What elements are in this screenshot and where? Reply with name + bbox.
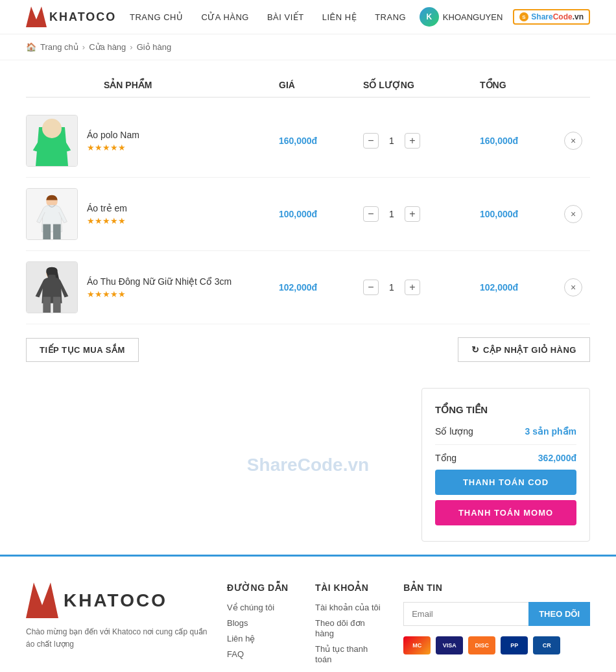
nav-blog[interactable]: BÀI VIẾT [267, 12, 304, 22]
footer-link-blogs[interactable]: Blogs [227, 618, 248, 628]
item-rating-2: ★★★★★ [87, 216, 127, 226]
total-qty-row: Số lượng 3 sản phẩm [435, 426, 576, 437]
col-total: TỔNG [480, 80, 564, 90]
total-sum-label: Tổng [435, 453, 456, 463]
remove-item-2[interactable]: × [564, 205, 582, 223]
svg-rect-6 [53, 154, 64, 166]
cart-item-3: Áo Thu Đông Nữ Giữ Nhiệt Cổ 3cm ★★★★★ 10… [26, 251, 590, 324]
total-section: TỔNG TIỀN Số lượng 3 sản phẩm Tổng 362,0… [26, 388, 590, 542]
nav-home[interactable]: TRANG CHỦ [130, 12, 183, 22]
main-content: SẢN PHẨM GIÁ SỐ LƯỢNG TỔNG [0, 60, 616, 555]
footer-logo-text: KHATOCO [64, 590, 167, 611]
qty-increase-2[interactable]: + [405, 206, 420, 222]
footer-link-myaccount[interactable]: Tài khoản của tôi [315, 603, 381, 612]
breadcrumb-sep-2: › [130, 42, 132, 52]
item-total-1: 160,000đ [480, 136, 564, 146]
item-details-3: Áo Thu Đông Nữ Giữ Nhiệt Cổ 3cm ★★★★★ [87, 276, 231, 299]
cart-header: SẢN PHẨM GIÁ SỐ LƯỢNG TỔNG [26, 73, 590, 98]
remove-item-1[interactable]: × [564, 132, 582, 150]
qty-value-2: 1 [385, 209, 398, 219]
item-name-2: Áo trẻ em [87, 203, 127, 213]
logo-icon [26, 6, 47, 27]
pay-cod-button[interactable]: THANH TOÁN COD [435, 470, 576, 495]
footer-account: TÀI KHOẢN Tài khoản của tôi Theo dõi đơn… [315, 582, 384, 672]
qty-value-1: 1 [385, 136, 398, 146]
footer-link-orders[interactable]: Theo dõi đơn hàng [315, 618, 365, 638]
footer-top: KHATOCO Chào mừng bạn đến với Khatoco nơ… [26, 582, 590, 672]
item-image-1 [26, 115, 78, 167]
refresh-icon: ↻ [471, 344, 480, 355]
total-qty-label: Số lượng [435, 426, 473, 437]
item-product-3: Áo Thu Đông Nữ Giữ Nhiệt Cổ 3cm ★★★★★ [26, 261, 279, 313]
paypal-icon: PP [501, 636, 528, 654]
sharecode-badge: S ShareCode.vn [513, 9, 590, 25]
qty-increase-3[interactable]: + [405, 280, 420, 295]
main-nav: TRANG CHỦ CỬA HÀNG BÀI VIẾT LIÊN HỆ TRAN… [130, 12, 406, 22]
item-price-3: 102,000đ [279, 282, 363, 293]
total-sum-value: 362,000đ [538, 453, 576, 463]
update-cart-button[interactable]: ↻ CẬP NHẬT GIỎ HÀNG [458, 337, 590, 362]
pay-momo-button[interactable]: THANH TOÁN MOMO [435, 500, 576, 525]
col-quantity: SỐ LƯỢNG [363, 80, 480, 90]
item-product-1: Áo polo Nam ★★★★★ [26, 115, 279, 167]
header-right: K KHOANGUYEN S ShareCode.vn [420, 7, 590, 27]
footer-newsletter-title: BẢN TIN [403, 582, 590, 593]
total-box: TỔNG TIỀN Số lượng 3 sản phẩm Tổng 362,0… [421, 388, 590, 542]
qty-control-1: − 1 + [363, 133, 480, 149]
total-sum-row: Tổng 362,000đ [435, 453, 576, 463]
logo[interactable]: KHATOCO [26, 6, 116, 27]
cart-actions: TIẾP TỤC MUA SẮM ↻ CẬP NHẬT GIỎ HÀNG [26, 324, 590, 375]
breadcrumb-store[interactable]: Cửa hàng [89, 42, 126, 52]
svg-rect-5 [40, 154, 51, 166]
footer-guide: ĐƯỜNG DẪN Về chúng tôi Blogs Liên hệ FAQ [227, 582, 296, 672]
item-name-3: Áo Thu Đông Nữ Giữ Nhiệt Cổ 3cm [87, 276, 231, 287]
footer-brand: KHATOCO Chào mừng bạn đến với Khatoco nơ… [26, 582, 207, 672]
sharecode-label: ShareCode.vn [531, 12, 584, 21]
avatar: K [420, 7, 439, 27]
svg-text:S: S [523, 14, 527, 20]
discover-icon: DISC [468, 636, 495, 654]
footer-guide-links: Về chúng tôi Blogs Liên hệ FAQ [227, 602, 296, 659]
nav-page[interactable]: TRANG [375, 12, 406, 22]
item-details-2: Áo trẻ em ★★★★★ [87, 203, 127, 226]
svg-point-4 [45, 121, 58, 134]
footer-link-about[interactable]: Về chúng tôi [227, 603, 274, 612]
col-price: GIÁ [279, 80, 363, 90]
svg-rect-10 [53, 224, 61, 239]
total-title: TỔNG TIỀN [435, 404, 576, 416]
user-name: KHOANGUYEN [443, 12, 503, 22]
bottom-section: ShareCode.vn TỔNG TIỀN Số lượng 3 sản ph… [26, 388, 590, 542]
qty-decrease-2[interactable]: − [363, 206, 379, 222]
footer: KHATOCO Chào mừng bạn đến với Khatoco nơ… [0, 555, 616, 672]
continue-shopping-button[interactable]: TIẾP TỤC MUA SẮM [26, 338, 139, 362]
qty-decrease-3[interactable]: − [363, 280, 379, 295]
total-qty-value: 3 sản phẩm [525, 426, 576, 437]
qty-control-3: − 1 + [363, 280, 480, 295]
newsletter-submit-button[interactable]: THEO DÕI [528, 602, 590, 626]
remove-item-3[interactable]: × [564, 278, 582, 296]
footer-account-links: Tài khoản của tôi Theo dõi đơn hàng Thủ … [315, 602, 384, 672]
nav-store[interactable]: CỬA HÀNG [201, 12, 249, 22]
svg-rect-3 [27, 115, 77, 166]
footer-link-checkout[interactable]: Thủ tục thanh toán [315, 644, 368, 664]
footer-guide-title: ĐƯỜNG DẪN [227, 582, 296, 593]
svg-marker-0 [26, 6, 47, 27]
breadcrumb-home[interactable]: Trang chủ [40, 42, 78, 52]
logo-text: KHATOCO [49, 10, 116, 24]
newsletter-email-input[interactable] [403, 602, 528, 626]
user-area[interactable]: K KHOANGUYEN [420, 7, 503, 27]
qty-increase-1[interactable]: + [405, 133, 420, 149]
breadcrumb-current: Giỏ hàng [137, 42, 172, 52]
footer-link-faq[interactable]: FAQ [227, 649, 244, 659]
qty-decrease-1[interactable]: − [363, 133, 379, 149]
header: KHATOCO TRANG CHỦ CỬA HÀNG BÀI VIẾT LIÊN… [0, 0, 616, 34]
svg-rect-9 [43, 224, 51, 239]
item-product-2: Áo trẻ em ★★★★★ [26, 188, 279, 240]
footer-link-contact[interactable]: Liên hệ [227, 634, 255, 643]
sharecode-icon: S [519, 12, 528, 21]
item-image-3 [26, 261, 78, 313]
cart-item-2: Áo trẻ em ★★★★★ 100,000đ − 1 + 100,000đ … [26, 178, 590, 251]
footer-newsletter: BẢN TIN THEO DÕI MC VISA DISC PP CR [403, 582, 590, 672]
nav-contact[interactable]: LIÊN HỆ [322, 12, 357, 22]
footer-account-title: TÀI KHOẢN [315, 582, 384, 593]
